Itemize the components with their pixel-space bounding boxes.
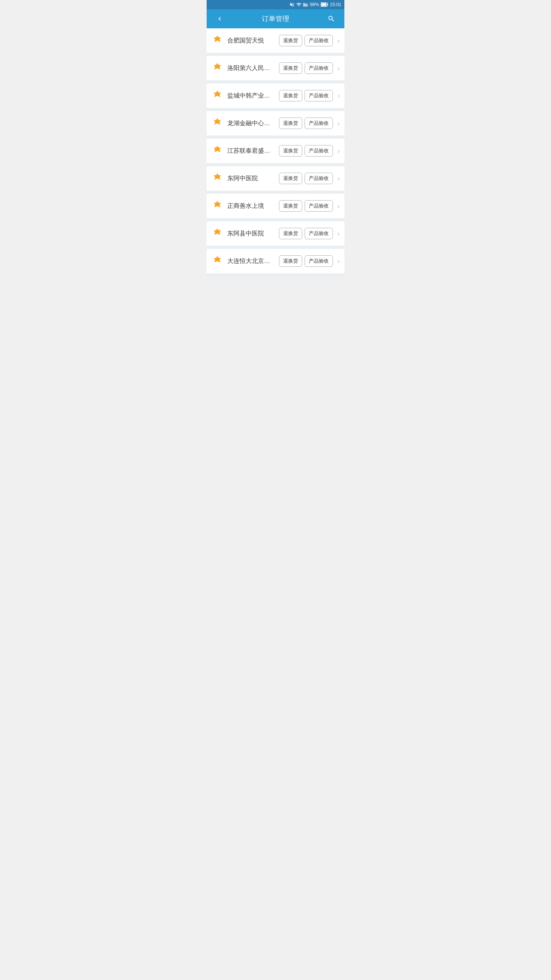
order-status-icon	[211, 200, 223, 212]
return-exchange-button[interactable]: 退换货	[279, 228, 302, 239]
list-divider	[207, 80, 344, 83]
list-divider	[207, 53, 344, 56]
list-divider	[207, 273, 344, 276]
list-item[interactable]: 大连恒大北京德兴退换货产品验收›	[207, 249, 344, 273]
toolbar: 订单管理	[207, 9, 344, 28]
order-status-icon	[211, 117, 223, 129]
order-name: 东阿县中医院	[227, 230, 275, 238]
item-actions: 退换货产品验收	[279, 118, 333, 129]
list-item[interactable]: 正商善水上境退换货产品验收›	[207, 194, 344, 218]
svg-rect-1	[321, 3, 326, 6]
product-acceptance-button[interactable]: 产品验收	[305, 35, 333, 46]
product-acceptance-button[interactable]: 产品验收	[305, 62, 333, 74]
chevron-right-icon: ›	[337, 147, 340, 155]
item-actions: 退换货产品验收	[279, 173, 333, 184]
search-button[interactable]	[324, 13, 338, 24]
page-title: 订单管理	[227, 14, 324, 23]
order-name: 合肥国贸天悦	[227, 37, 275, 45]
list-divider	[207, 108, 344, 111]
svg-rect-2	[327, 4, 328, 5]
list-item[interactable]: 东阿县中医院退换货产品验收›	[207, 221, 344, 246]
order-status-icon	[211, 62, 223, 74]
return-exchange-button[interactable]: 退换货	[279, 62, 302, 74]
wifi-icon	[296, 2, 302, 7]
order-status-icon	[211, 145, 223, 157]
item-actions: 退换货产品验收	[279, 228, 333, 239]
chevron-right-icon: ›	[337, 257, 340, 265]
product-acceptance-button[interactable]: 产品验收	[305, 90, 333, 101]
product-acceptance-button[interactable]: 产品验收	[305, 173, 333, 184]
time-text: 15:01	[330, 2, 341, 7]
order-name: 盐城中韩产业园东方之...	[227, 92, 275, 100]
product-acceptance-button[interactable]: 产品验收	[305, 228, 333, 239]
chevron-right-icon: ›	[337, 119, 340, 127]
list-divider	[207, 218, 344, 221]
order-name: 正商善水上境	[227, 202, 275, 210]
chevron-right-icon: ›	[337, 92, 340, 100]
list-item[interactable]: 龙湖金融中心四区二标...退换货产品验收›	[207, 111, 344, 136]
return-exchange-button[interactable]: 退换货	[279, 255, 302, 267]
return-exchange-button[interactable]: 退换货	[279, 118, 302, 129]
item-actions: 退换货产品验收	[279, 35, 333, 46]
order-name: 江苏联泰君盛广场	[227, 147, 275, 155]
product-acceptance-button[interactable]: 产品验收	[305, 145, 333, 157]
item-actions: 退换货产品验收	[279, 90, 333, 101]
order-name: 东阿中医院	[227, 175, 275, 183]
item-actions: 退换货产品验收	[279, 62, 333, 74]
battery-icon	[321, 2, 328, 7]
return-exchange-button[interactable]: 退换货	[279, 35, 302, 46]
item-actions: 退换货产品验收	[279, 255, 333, 267]
list-item[interactable]: 东阿中医院退换货产品验收›	[207, 166, 344, 191]
list-divider	[207, 191, 344, 194]
order-status-icon	[211, 90, 223, 102]
signal-icon	[303, 2, 308, 7]
order-list: 合肥国贸天悦退换货产品验收› 洛阳第六人民医院退换货产品验收› 盐城中韩产业园东…	[207, 28, 344, 276]
back-button[interactable]	[213, 13, 227, 24]
return-exchange-button[interactable]: 退换货	[279, 90, 302, 101]
chevron-right-icon: ›	[337, 175, 340, 183]
order-status-icon	[211, 172, 223, 185]
chevron-right-icon: ›	[337, 230, 340, 238]
list-item[interactable]: 盐城中韩产业园东方之...退换货产品验收›	[207, 83, 344, 108]
list-item[interactable]: 江苏联泰君盛广场退换货产品验收›	[207, 139, 344, 163]
order-status-icon	[211, 34, 223, 47]
list-item[interactable]: 合肥国贸天悦退换货产品验收›	[207, 28, 344, 53]
item-actions: 退换货产品验收	[279, 200, 333, 212]
product-acceptance-button[interactable]: 产品验收	[305, 200, 333, 212]
return-exchange-button[interactable]: 退换货	[279, 173, 302, 184]
order-name: 龙湖金融中心四区二标...	[227, 119, 275, 127]
order-status-icon	[211, 255, 223, 267]
order-name: 大连恒大北京德兴	[227, 257, 275, 265]
chevron-right-icon: ›	[337, 202, 340, 210]
chevron-right-icon: ›	[337, 64, 340, 72]
chevron-right-icon: ›	[337, 37, 340, 45]
list-divider	[207, 136, 344, 139]
status-bar: 98% 15:01	[207, 0, 344, 9]
product-acceptance-button[interactable]: 产品验收	[305, 255, 333, 267]
battery-text: 98%	[310, 2, 319, 7]
order-name: 洛阳第六人民医院	[227, 64, 275, 72]
order-status-icon	[211, 227, 223, 240]
product-acceptance-button[interactable]: 产品验收	[305, 118, 333, 129]
item-actions: 退换货产品验收	[279, 145, 333, 157]
list-divider	[207, 246, 344, 249]
mute-icon	[289, 2, 295, 7]
status-icons: 98% 15:01	[289, 2, 341, 7]
list-divider	[207, 163, 344, 166]
list-item[interactable]: 洛阳第六人民医院退换货产品验收›	[207, 56, 344, 80]
return-exchange-button[interactable]: 退换货	[279, 145, 302, 157]
return-exchange-button[interactable]: 退换货	[279, 200, 302, 212]
